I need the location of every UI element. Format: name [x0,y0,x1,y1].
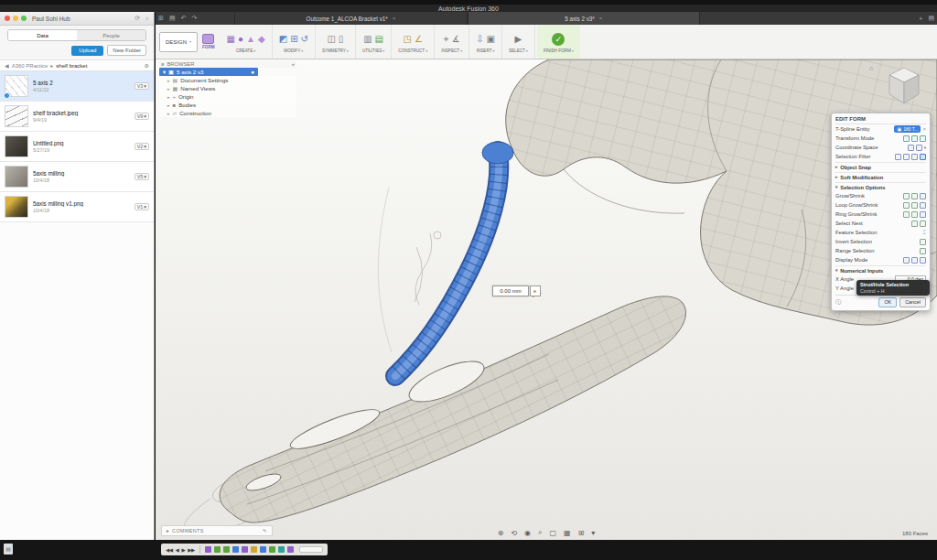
edge-filter-icon[interactable] [903,154,910,160]
circular-symmetry-icon[interactable]: ▯ [339,33,344,46]
list-item[interactable]: Untitled.png 5/27/19 V2▾ [0,132,154,162]
scale-icon[interactable] [920,135,926,142]
object-snap-section[interactable]: ▸ Object Snap [835,162,926,171]
refresh-icon[interactable]: ⟳ [135,15,140,22]
timeline-feature-icon[interactable] [269,546,275,553]
strut-hole-selection-icon[interactable]: ⌶ [922,230,926,236]
translate-icon[interactable] [903,135,910,142]
finish-form-check-icon[interactable]: ✓ [552,33,565,46]
ring-grow-icon[interactable] [903,211,910,218]
browser-item-named-views[interactable]: ▸ ▦ Named Views [159,84,296,92]
close-tab-icon[interactable]: × [599,16,603,21]
info-icon[interactable]: ⓘ [835,298,841,307]
browser-item-document-settings[interactable]: ▸ ▤ Document Settings [159,76,296,84]
loop-options-icon[interactable] [920,202,926,209]
bridge-icon[interactable]: ↺ [301,33,308,46]
ring-shrink-icon[interactable] [911,211,918,218]
back-icon[interactable]: ◀ [5,62,9,69]
invert-selection-icon[interactable] [920,239,926,245]
document-tab-active[interactable]: 5 axis 2 v3* × [468,12,700,25]
pencil-icon[interactable]: ✎ [263,528,267,533]
box-primitive-icon[interactable]: ▦ [227,33,235,46]
axis-icon[interactable]: ∠ [415,33,423,46]
select-prev-icon[interactable] [911,221,918,227]
version-badge[interactable]: V5▾ [135,173,149,180]
orbit-icon[interactable]: ⟲ [511,529,517,537]
home-view-icon[interactable]: ⌂ [869,65,873,71]
loop-shrink-icon[interactable] [911,202,918,209]
workspace-selector[interactable]: DESIGN ▾ [159,32,198,52]
timeline-feature-icon[interactable] [260,546,266,553]
timeline-feature-icon[interactable] [205,546,211,553]
timeline-feature-icon[interactable] [232,546,239,553]
step-back-icon[interactable]: ◀ [176,547,179,553]
shrink-icon[interactable] [911,193,918,199]
timeline-feature-icon[interactable] [214,546,221,553]
tab-people[interactable]: People [77,30,145,40]
close-tab-icon[interactable]: × [393,16,396,21]
dimension-input[interactable] [492,285,529,296]
version-badge[interactable]: V9▾ [135,113,149,120]
chevron-down-icon[interactable]: ▾ [163,69,166,75]
soft-modification-section[interactable]: ▸ Soft Modification [835,172,926,181]
zoom-icon[interactable]: ⌕ [538,528,542,537]
view-cube[interactable]: ⌂ [875,63,930,109]
visibility-dot-icon[interactable]: ● [251,69,254,75]
tab-data[interactable]: Data [8,30,77,40]
loop-grow-icon[interactable] [903,202,910,209]
list-item[interactable]: ↑ 5 axis 2 4/11/22 V3▾ [0,71,154,102]
vertex-filter-icon[interactable] [895,154,901,160]
sphere-primitive-icon[interactable]: ● [238,33,243,46]
version-badge[interactable]: V3▾ [135,82,149,90]
bracket-arm[interactable] [220,296,685,522]
expand-icon[interactable]: ▸ [167,102,170,108]
breadcrumb-root[interactable]: A360 PRactice [12,63,48,69]
play-icon[interactable]: ▶ [181,547,185,553]
select-cursor-icon[interactable]: ▶ [515,33,522,46]
list-item[interactable]: 5axis milling v1.png 10/4/18 V1▾ [0,192,154,222]
upload-button[interactable]: Upload [71,46,103,56]
ring-options-icon[interactable] [920,211,926,218]
numerical-inputs-section[interactable]: ▾ Numerical Inputs [835,265,926,275]
grid-settings-icon[interactable]: ⊞ [578,529,585,537]
settings-caret-icon[interactable]: ▾ [591,529,595,537]
selected-strut[interactable] [395,142,513,376]
form-context-tab[interactable]: FORM [202,34,215,49]
redo-icon[interactable]: ↷ [188,15,199,22]
insert-mesh-icon[interactable]: ⇩ [476,33,483,46]
app-grid-icon[interactable]: ⊞ [156,15,167,22]
gear-icon[interactable]: ⚙ [145,62,149,69]
selection-chip[interactable]: ▣ 180 T... [894,125,921,133]
chevron-right-icon[interactable]: ▸ [167,528,169,533]
plane-icon[interactable]: ◳ [404,33,412,46]
clear-selection-icon[interactable]: × [922,126,926,132]
repair-body-icon[interactable]: ▤ [375,33,383,46]
3d-viewport[interactable]: ≡ BROWSER « ▾ ▣ 5 axis 2 v3 ● ▸ ▤ Docume… [156,59,937,540]
timeline-feature-icon[interactable] [251,546,257,553]
timeline-feature-icon[interactable] [278,546,285,553]
list-item[interactable]: shelf bracket.jpeg 9/4/19 V9▾ [0,102,154,132]
version-badge[interactable]: V2▾ [135,143,149,150]
grow-icon[interactable] [903,193,910,199]
timeline-feature-icon[interactable] [287,546,294,553]
search-icon[interactable]: ⌕ [145,15,149,22]
timeline-feature-icon[interactable] [223,546,230,553]
measure-icon[interactable]: ⌖ [444,33,449,46]
display-settings-icon[interactable]: ▦ [564,529,571,537]
go-to-start-icon[interactable]: ◀◀ [166,547,173,553]
display-mode-icon[interactable]: ▥ [363,33,372,46]
collapse-browser-icon[interactable]: « [292,61,295,67]
world-space-icon[interactable] [908,145,914,151]
select-next-icon[interactable] [920,221,926,227]
file-menu-icon[interactable]: ▤ [167,15,178,22]
face-filter-icon[interactable] [911,154,918,160]
edit-form-icon[interactable]: ◩ [279,33,287,46]
browser-item-origin[interactable]: ▸ + Origin [159,92,296,101]
zoom-window-button[interactable] [21,16,27,21]
ok-button[interactable]: OK [878,297,897,307]
tab-list-icon[interactable]: ▤ [925,15,937,22]
timeline-feature-icon[interactable] [242,546,248,553]
smooth-display-icon[interactable] [920,257,926,264]
cancel-button[interactable]: Cancel [899,297,926,307]
rotate-icon[interactable] [911,135,918,142]
